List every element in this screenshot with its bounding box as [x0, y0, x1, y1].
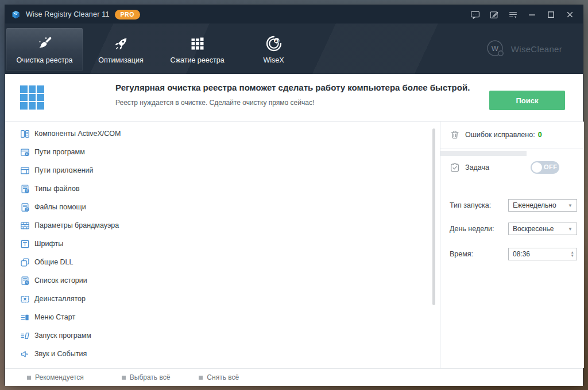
task-icon — [450, 162, 460, 173]
pro-badge: PRO — [115, 10, 140, 20]
status-grid-icon — [20, 85, 44, 110]
minimize-button[interactable] — [523, 5, 541, 24]
spinner-arrows-icon[interactable]: ▲▼ — [571, 251, 574, 258]
category-list: Компоненты ActiveX/COM Пути программ Пут… — [5, 124, 432, 363]
list-item-file-types[interactable]: ! Типы файлов — [5, 180, 432, 198]
components-icon — [20, 129, 30, 139]
history-icon — [20, 276, 30, 286]
deselect-all-button[interactable]: Снять всё — [199, 373, 239, 381]
tab-wisex[interactable]: Ai WiseX — [235, 28, 312, 71]
tab-label: Очистка реестра — [16, 56, 72, 64]
svg-text:Ai: Ai — [274, 38, 278, 44]
select-all-button[interactable]: Выбрать всё — [122, 373, 171, 381]
run-type-label: Тип запуска: — [450, 201, 491, 209]
svg-text:!: ! — [26, 189, 28, 193]
chevron-down-icon: ▼ — [568, 203, 572, 208]
app-paths-icon — [20, 166, 30, 176]
tab-registry-cleaner[interactable]: Очистка реестра — [6, 28, 83, 71]
chevron-down-icon: ▼ — [568, 227, 572, 232]
square-bullet-icon — [27, 376, 31, 380]
task-row: Задача OFF — [440, 158, 584, 177]
checkup-report-icon[interactable] — [485, 5, 504, 24]
task-toggle[interactable]: OFF — [531, 161, 559, 174]
status-banner: Регулярная очистка реестра поможет сдела… — [5, 74, 583, 122]
rocket-icon — [113, 33, 130, 54]
wisecleaner-logo-icon: W — [485, 38, 506, 59]
errors-fixed-label: Ошибок исправлено: — [465, 131, 535, 139]
square-bullet-icon — [199, 376, 203, 380]
time-label: Время: — [450, 250, 473, 258]
start-menu-icon — [20, 313, 30, 322]
recommended-button[interactable]: Рекомендуется — [27, 373, 84, 381]
banner-title: Регулярная очистка реестра поможет сдела… — [115, 83, 470, 92]
wisecleaner-brand: W WiseCleaner — [485, 38, 562, 59]
square-bullet-icon — [122, 376, 126, 380]
scan-button[interactable]: Поиск — [489, 91, 565, 110]
toggle-state-label: OFF — [544, 163, 558, 170]
feedback-icon[interactable] — [466, 5, 485, 24]
list-item-fonts[interactable]: Шрифты — [5, 235, 432, 253]
tab-optimization[interactable]: Оптимизация — [83, 28, 159, 71]
tab-label: Сжатие реестра — [170, 56, 224, 64]
wisex-ai-icon: Ai — [265, 33, 283, 54]
task-label: Задача — [465, 163, 489, 171]
app-window: Wise Registry Cleaner 11 PRO — [5, 5, 583, 385]
list-item-start-menu[interactable]: Меню Старт — [5, 308, 432, 326]
list-item-activex-com[interactable]: Компоненты ActiveX/COM — [5, 124, 432, 143]
run-type-row: Тип запуска: Еженедельно ▼ — [440, 199, 584, 212]
help-files-icon: ? — [20, 202, 30, 212]
fonts-icon — [20, 239, 30, 249]
uninstaller-icon — [20, 294, 30, 304]
close-button[interactable] — [560, 5, 579, 24]
time-spinner[interactable]: 08:36 ▲▼ — [508, 248, 577, 260]
startup-icon — [20, 331, 30, 341]
maximize-button[interactable] — [541, 5, 560, 24]
titlebar[interactable]: Wise Registry Cleaner 11 PRO — [5, 5, 583, 24]
footer-bar: Рекомендуется Выбрать всё Снять всё — [5, 368, 583, 386]
weekday-row: День недели: Воскресенье ▼ — [440, 223, 584, 235]
run-type-select[interactable]: Еженедельно ▼ — [508, 199, 577, 212]
weekday-select[interactable]: Воскресенье ▼ — [508, 223, 577, 235]
grid-icon — [189, 33, 206, 54]
list-item-help-files[interactable]: ? Файлы помощи — [5, 198, 432, 216]
errors-fixed-row: Ошибок исправлено: 0 — [440, 122, 584, 149]
brush-icon — [36, 33, 53, 54]
panel-scrollbar[interactable] — [440, 151, 527, 156]
svg-text:W: W — [492, 44, 499, 53]
list-item-history[interactable]: Список истории — [5, 271, 432, 290]
list-item-uninstaller[interactable]: Деинсталлятор — [5, 290, 432, 308]
firewall-icon — [20, 221, 30, 231]
window-title: Wise Registry Cleaner 11 — [26, 10, 110, 18]
side-panel: Ошибок исправлено: 0 Задача OFF Тип запу… — [440, 122, 584, 368]
list-item-shared-dll[interactable]: Общие DLL — [5, 253, 432, 271]
list-item-startup[interactable]: Запуск программ — [5, 326, 432, 345]
list-item-sound-events[interactable]: Звук и События — [5, 345, 432, 363]
time-row: Время: 08:36 ▲▼ — [440, 248, 584, 260]
list-item-program-paths[interactable]: Пути программ — [5, 143, 432, 161]
list-item-app-paths[interactable]: Пути приложений — [5, 161, 432, 180]
program-paths-icon — [20, 147, 30, 157]
svg-text:?: ? — [26, 207, 28, 211]
file-types-icon: ! — [20, 184, 30, 194]
toggle-knob — [532, 162, 542, 173]
tab-label: WiseX — [263, 56, 284, 64]
tab-registry-defrag[interactable]: Сжатие реестра — [159, 28, 235, 71]
sound-icon — [20, 349, 30, 359]
brand-name: WiseCleaner — [511, 44, 562, 54]
list-scrollbar[interactable] — [432, 128, 435, 305]
list-item-firewall[interactable]: Параметры брандмауэра — [5, 216, 432, 235]
errors-fixed-value: 0 — [538, 131, 542, 139]
menu-icon[interactable] — [504, 5, 523, 24]
app-logo-icon — [11, 10, 21, 20]
main-navigation: Очистка реестра Оптимизация — [5, 24, 583, 74]
main-content: Компоненты ActiveX/COM Пути программ Пут… — [5, 122, 583, 368]
weekday-label: День недели: — [450, 225, 494, 233]
shared-dll-icon — [20, 258, 30, 267]
banner-subtitle: Реестр нуждается в очистке. Сделайте очи… — [115, 99, 470, 107]
tab-label: Оптимизация — [98, 56, 143, 64]
trash-icon — [450, 130, 460, 140]
